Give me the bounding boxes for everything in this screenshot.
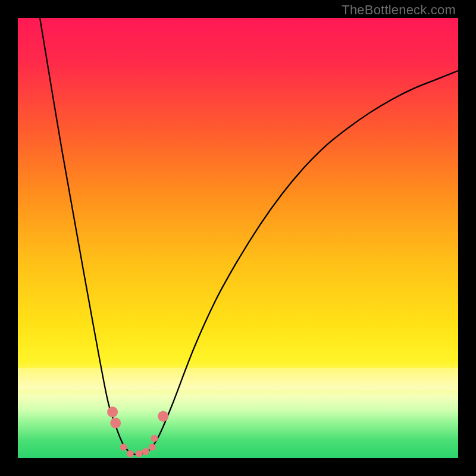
highlight-dot — [149, 444, 156, 451]
bottleneck-curve — [40, 18, 458, 455]
highlight-dot — [136, 450, 143, 458]
chart-frame: TheBottleneck.com — [0, 0, 476, 476]
curve-layer — [18, 18, 458, 458]
highlight-markers — [107, 406, 168, 457]
highlight-dot — [107, 406, 118, 417]
highlight-dot — [151, 435, 158, 442]
highlight-dot — [110, 418, 121, 428]
plot-area — [18, 18, 458, 458]
highlight-dot — [127, 450, 134, 458]
highlight-dot — [158, 411, 168, 422]
watermark-text: TheBottleneck.com — [342, 2, 456, 18]
highlight-dot — [142, 448, 149, 455]
highlight-dot — [120, 444, 127, 451]
